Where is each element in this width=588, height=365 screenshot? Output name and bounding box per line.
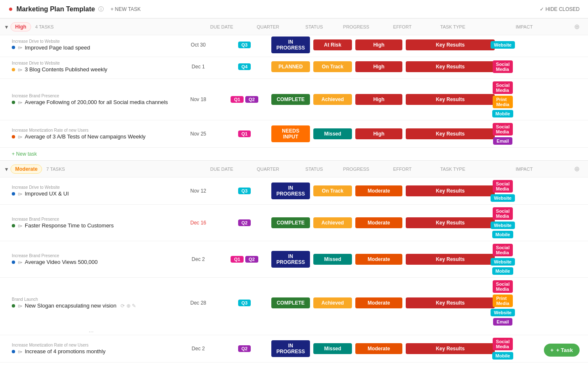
task-type-badge: Key Results (406, 217, 495, 228)
task-type-cell[interactable]: Key Results (404, 61, 496, 72)
status-cell[interactable]: COMPLETE (270, 297, 312, 308)
progress-badge: Missed (313, 128, 352, 139)
progress-badge: At Risk (313, 39, 352, 50)
effort-cell[interactable]: Moderate (354, 217, 404, 228)
task-name: Increase of 4 promotions monthly (25, 348, 105, 355)
effort-cell[interactable]: Moderate (354, 254, 404, 265)
task-type-cell[interactable]: Key Results (404, 185, 496, 196)
effort-cell[interactable]: Moderate (354, 343, 404, 354)
task-dot (12, 224, 15, 227)
status-badge: NEEDS INPUT (271, 125, 310, 142)
task-icon: ⌲ (18, 191, 22, 196)
status-badge: IN PROGRESS (271, 251, 310, 268)
effort-cell[interactable]: High (354, 128, 404, 139)
task-parent: Increase Drive to Website (12, 61, 177, 65)
quarters-cell: Q1 (219, 130, 270, 137)
progress-cell[interactable]: Achieved (312, 217, 354, 228)
impact-tag: Website (491, 309, 515, 316)
effort-cell[interactable]: High (354, 39, 404, 50)
status-cell[interactable]: IN PROGRESS (270, 36, 312, 53)
task-name-row: ⌲ Increase of 4 promotions monthly (12, 348, 177, 355)
add-col-icon-moderate[interactable]: ⊕ (570, 165, 583, 173)
status-cell[interactable]: COMPLETE (270, 94, 312, 105)
col-quarter-high: QUARTER (243, 24, 293, 29)
status-cell[interactable]: IN PROGRESS (270, 182, 312, 199)
info-icon[interactable]: ⓘ (98, 5, 104, 13)
effort-cell[interactable]: High (354, 61, 404, 72)
effort-cell[interactable]: Moderate (354, 185, 404, 196)
col-quarter-moderate: QUARTER (243, 167, 293, 172)
task-icon: ⌲ (18, 100, 22, 105)
table-row[interactable]: Increase Brand Presence ⌲ Average Video … (0, 241, 588, 278)
task-dot (12, 101, 15, 104)
progress-badge: Achieved (313, 217, 352, 228)
table-row[interactable]: Increase Brand Presence ⌲ Average Follow… (0, 79, 588, 120)
quarters-cell: Q1Q2 (219, 256, 270, 263)
table-row[interactable]: Increase Monetization Rate of new Users … (0, 120, 588, 148)
table-row[interactable]: Increase Drive to Website ⌲ 3 Blog Conte… (0, 57, 588, 79)
task-parent: Increase Drive to Website (12, 185, 177, 190)
task-type-cell[interactable]: Key Results (404, 128, 496, 139)
task-type-cell[interactable]: Key Results (404, 254, 496, 265)
table-row[interactable]: Increase Paid Marketing effectiveness ⌲ … (0, 362, 588, 365)
table-row[interactable]: Increase Brand Presence ⌲ Faster Respons… (0, 205, 588, 241)
progress-cell[interactable]: Achieved (312, 297, 354, 308)
group-task-count-high: 4 TASKS (35, 24, 54, 29)
quarter-tag: Q3 (238, 300, 251, 306)
group-toggle-moderate[interactable]: ▾ (5, 166, 8, 172)
row-actions[interactable]: ··· (5, 328, 177, 335)
progress-cell[interactable]: Achieved (312, 94, 354, 105)
status-cell[interactable]: NEEDS INPUT (270, 125, 312, 142)
progress-cell[interactable]: On Track (312, 61, 354, 72)
task-info: Increase Drive to Website ⌲ Improved Pag… (5, 36, 177, 53)
add-task-fab[interactable]: + + Task (544, 344, 580, 357)
group-toggle-high[interactable]: ▾ (5, 23, 8, 30)
progress-cell[interactable]: Missed (312, 128, 354, 139)
table-row[interactable]: Increase Drive to Website ⌲ Improved UX … (0, 177, 588, 205)
table-row[interactable]: Increase Monetization Rate of new Users … (0, 335, 588, 362)
task-name: Average of 3 A/B Tests of New campaigns … (25, 133, 146, 140)
new-task-button[interactable]: + NEW TASK (107, 5, 144, 14)
task-dot (12, 135, 15, 138)
hide-closed-button[interactable]: ✓ HIDE CLOSED (540, 6, 580, 12)
status-cell[interactable]: IN PROGRESS (270, 251, 312, 268)
effort-cell[interactable]: High (354, 94, 404, 105)
task-name-row: ⌲ 3 Blog Contents Published weekly (12, 66, 177, 73)
impact-tag: Print Media (493, 295, 512, 307)
task-parent: Increase Monetization Rate of new Users (12, 343, 177, 347)
progress-cell[interactable]: On Track (312, 185, 354, 196)
quarter-tag: Q4 (238, 63, 251, 70)
col-due-moderate: DUE DATE (201, 167, 243, 172)
progress-cell[interactable]: At Risk (312, 39, 354, 50)
impact-tag: Social Media (493, 180, 513, 193)
task-type-cell[interactable]: Key Results (404, 297, 496, 308)
impact-tag: Social Media (493, 280, 513, 293)
add-col-icon-high[interactable]: ⊕ (570, 23, 583, 31)
progress-badge: On Track (313, 61, 352, 72)
impact-cell: Social MediaWebsite (496, 177, 509, 204)
add-task-row[interactable]: + New task (0, 148, 588, 160)
task-parent: Brand Launch (12, 297, 177, 302)
task-parent: Increase Monetization Rate of new Users (12, 128, 177, 133)
effort-cell[interactable]: Moderate (354, 297, 404, 308)
progress-cell[interactable]: Missed (312, 254, 354, 265)
impact-tag: Email (493, 318, 512, 326)
col-tasktype-moderate: TASK TYPE (428, 167, 478, 172)
table-row[interactable]: Increase Drive to Website ⌲ Improved Pag… (0, 35, 588, 57)
task-type-cell[interactable]: Key Results (404, 217, 496, 228)
task-type-badge: Key Results (406, 254, 495, 265)
progress-cell[interactable]: Missed (312, 343, 354, 354)
progress-badge: Missed (313, 343, 352, 354)
impact-tag: Mobile (492, 267, 514, 275)
task-name-row: ⌲ Faster Response Time to Customers (12, 222, 177, 229)
status-cell[interactable]: PLANNED (270, 61, 312, 72)
task-type-cell[interactable]: Key Results (404, 39, 496, 50)
task-info: Increase Drive to Website ⌲ Improved UX … (5, 182, 177, 199)
effort-badge: Moderate (355, 217, 402, 228)
task-type-cell[interactable]: Key Results (404, 343, 496, 354)
status-cell[interactable]: COMPLETE (270, 217, 312, 228)
table-row[interactable]: Brand Launch ⌲ New Slogan encapsulating … (0, 278, 588, 335)
task-type-cell[interactable]: Key Results (404, 94, 496, 105)
group-header-moderate: ▾ Moderate 7 TASKS DUE DATE QUARTER STAT… (0, 161, 588, 177)
status-cell[interactable]: IN PROGRESS (270, 340, 312, 357)
